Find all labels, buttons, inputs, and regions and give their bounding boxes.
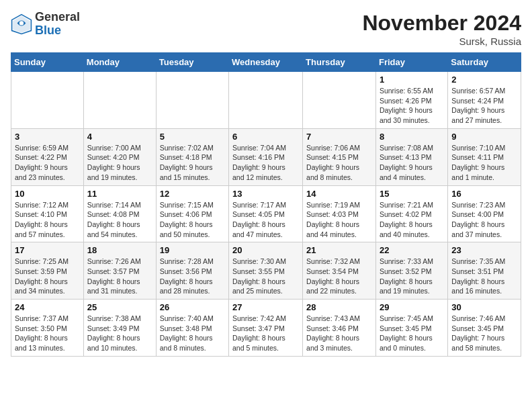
day-info: Sunrise: 7:42 AM Sunset: 3:47 PM Dayligh… (232, 314, 299, 353)
day-number: 10 (15, 189, 80, 199)
calendar-cell: 8Sunrise: 7:08 AM Sunset: 4:13 PM Daylig… (375, 128, 447, 185)
day-number: 19 (160, 245, 225, 255)
calendar-body: 1Sunrise: 6:55 AM Sunset: 4:26 PM Daylig… (11, 72, 521, 357)
day-info: Sunrise: 7:04 AM Sunset: 4:16 PM Dayligh… (232, 143, 299, 183)
day-number: 27 (232, 302, 299, 312)
weekday-header-row: SundayMondayTuesdayWednesdayThursdayFrid… (11, 53, 521, 72)
logo-general: General (35, 10, 80, 24)
day-info: Sunrise: 7:15 AM Sunset: 4:06 PM Dayligh… (160, 200, 225, 240)
day-info: Sunrise: 7:30 AM Sunset: 3:55 PM Dayligh… (232, 257, 299, 296)
day-info: Sunrise: 7:46 AM Sunset: 3:45 PM Dayligh… (451, 314, 517, 353)
day-info: Sunrise: 7:08 AM Sunset: 4:13 PM Dayligh… (380, 143, 444, 183)
day-info: Sunrise: 7:21 AM Sunset: 4:02 PM Dayligh… (380, 200, 444, 240)
calendar-cell: 4Sunrise: 7:00 AM Sunset: 4:20 PM Daylig… (83, 128, 156, 185)
page-header: General Blue November 2024 Sursk, Russia (11, 11, 521, 47)
svg-point-2 (19, 21, 24, 25)
weekday-header-saturday: Saturday (448, 53, 521, 72)
day-number: 13 (232, 189, 299, 199)
calendar-cell: 27Sunrise: 7:42 AM Sunset: 3:47 PM Dayli… (229, 300, 303, 357)
calendar-cell: 22Sunrise: 7:33 AM Sunset: 3:52 PM Dayli… (375, 242, 447, 300)
calendar-cell: 16Sunrise: 7:23 AM Sunset: 4:00 PM Dayli… (448, 185, 521, 242)
day-number: 23 (451, 245, 517, 255)
day-info: Sunrise: 7:38 AM Sunset: 3:49 PM Dayligh… (87, 314, 152, 353)
day-info: Sunrise: 7:35 AM Sunset: 3:51 PM Dayligh… (451, 257, 517, 296)
day-info: Sunrise: 7:06 AM Sunset: 4:15 PM Dayligh… (306, 143, 372, 183)
calendar-cell: 10Sunrise: 7:12 AM Sunset: 4:10 PM Dayli… (11, 185, 84, 242)
calendar-cell: 12Sunrise: 7:15 AM Sunset: 4:06 PM Dayli… (156, 185, 228, 242)
calendar-week-4: 17Sunrise: 7:25 AM Sunset: 3:59 PM Dayli… (11, 242, 521, 300)
calendar-week-3: 10Sunrise: 7:12 AM Sunset: 4:10 PM Dayli… (11, 185, 521, 242)
day-info: Sunrise: 6:57 AM Sunset: 4:24 PM Dayligh… (451, 86, 517, 126)
calendar-cell: 30Sunrise: 7:46 AM Sunset: 3:45 PM Dayli… (448, 300, 521, 357)
day-info: Sunrise: 7:40 AM Sunset: 3:48 PM Dayligh… (160, 314, 225, 353)
day-number: 26 (160, 302, 225, 312)
calendar-cell: 2Sunrise: 6:57 AM Sunset: 4:24 PM Daylig… (448, 72, 521, 129)
calendar-week-2: 3Sunrise: 6:59 AM Sunset: 4:22 PM Daylig… (11, 128, 521, 185)
day-number: 16 (451, 189, 517, 199)
calendar-week-1: 1Sunrise: 6:55 AM Sunset: 4:26 PM Daylig… (11, 72, 521, 129)
calendar-cell (11, 72, 84, 129)
calendar-cell: 3Sunrise: 6:59 AM Sunset: 4:22 PM Daylig… (11, 128, 84, 185)
day-info: Sunrise: 7:00 AM Sunset: 4:20 PM Dayligh… (87, 143, 152, 183)
calendar-cell: 17Sunrise: 7:25 AM Sunset: 3:59 PM Dayli… (11, 242, 84, 300)
calendar-cell: 7Sunrise: 7:06 AM Sunset: 4:15 PM Daylig… (303, 128, 376, 185)
day-number: 14 (306, 189, 372, 199)
calendar-cell: 26Sunrise: 7:40 AM Sunset: 3:48 PM Dayli… (156, 300, 228, 357)
weekday-header-monday: Monday (83, 53, 156, 72)
calendar-cell: 15Sunrise: 7:21 AM Sunset: 4:02 PM Dayli… (375, 185, 447, 242)
calendar-cell: 1Sunrise: 6:55 AM Sunset: 4:26 PM Daylig… (375, 72, 447, 129)
day-number: 6 (232, 132, 299, 142)
calendar-cell: 21Sunrise: 7:32 AM Sunset: 3:54 PM Dayli… (303, 242, 376, 300)
day-info: Sunrise: 6:55 AM Sunset: 4:26 PM Dayligh… (380, 86, 444, 126)
calendar-cell: 6Sunrise: 7:04 AM Sunset: 4:16 PM Daylig… (229, 128, 303, 185)
day-number: 15 (380, 189, 444, 199)
day-number: 12 (160, 189, 225, 199)
weekday-header-friday: Friday (375, 53, 447, 72)
calendar-cell: 19Sunrise: 7:28 AM Sunset: 3:56 PM Dayli… (156, 242, 228, 300)
calendar-cell: 18Sunrise: 7:26 AM Sunset: 3:57 PM Dayli… (83, 242, 156, 300)
calendar-cell: 24Sunrise: 7:37 AM Sunset: 3:50 PM Dayli… (11, 300, 84, 357)
calendar-cell: 11Sunrise: 7:14 AM Sunset: 4:08 PM Dayli… (83, 185, 156, 242)
day-info: Sunrise: 7:23 AM Sunset: 4:00 PM Dayligh… (451, 200, 517, 240)
calendar-cell (83, 72, 156, 129)
day-info: Sunrise: 7:37 AM Sunset: 3:50 PM Dayligh… (15, 314, 80, 353)
day-info: Sunrise: 7:17 AM Sunset: 4:05 PM Dayligh… (232, 200, 299, 240)
calendar-cell: 14Sunrise: 7:19 AM Sunset: 4:03 PM Dayli… (303, 185, 376, 242)
day-info: Sunrise: 7:33 AM Sunset: 3:52 PM Dayligh… (380, 257, 444, 296)
day-number: 28 (306, 302, 372, 312)
weekday-header-sunday: Sunday (11, 53, 84, 72)
day-number: 11 (87, 189, 152, 199)
calendar-cell (229, 72, 303, 129)
day-number: 25 (87, 302, 152, 312)
day-number: 1 (380, 75, 444, 85)
logo-blue: Blue (35, 24, 61, 37)
day-info: Sunrise: 7:26 AM Sunset: 3:57 PM Dayligh… (87, 257, 152, 296)
day-number: 9 (451, 132, 517, 142)
calendar-cell: 29Sunrise: 7:45 AM Sunset: 3:45 PM Dayli… (375, 300, 447, 357)
day-info: Sunrise: 6:59 AM Sunset: 4:22 PM Dayligh… (15, 143, 80, 183)
location: Sursk, Russia (362, 36, 521, 47)
logo-text: General Blue (35, 11, 80, 38)
calendar-week-5: 24Sunrise: 7:37 AM Sunset: 3:50 PM Dayli… (11, 300, 521, 357)
day-number: 20 (232, 245, 299, 255)
day-number: 22 (380, 245, 444, 255)
weekday-header-tuesday: Tuesday (156, 53, 228, 72)
day-number: 29 (380, 302, 444, 312)
day-number: 4 (87, 132, 152, 142)
calendar-cell: 5Sunrise: 7:02 AM Sunset: 4:18 PM Daylig… (156, 128, 228, 185)
day-info: Sunrise: 7:19 AM Sunset: 4:03 PM Dayligh… (306, 200, 372, 240)
day-number: 5 (160, 132, 225, 142)
day-info: Sunrise: 7:25 AM Sunset: 3:59 PM Dayligh… (15, 257, 80, 296)
calendar-cell: 25Sunrise: 7:38 AM Sunset: 3:49 PM Dayli… (83, 300, 156, 357)
title-block: November 2024 Sursk, Russia (362, 11, 521, 47)
day-number: 3 (15, 132, 80, 142)
weekday-header-thursday: Thursday (303, 53, 376, 72)
logo: General Blue (11, 11, 80, 38)
day-number: 30 (451, 302, 517, 312)
day-info: Sunrise: 7:10 AM Sunset: 4:11 PM Dayligh… (451, 143, 517, 183)
day-number: 7 (306, 132, 372, 142)
calendar-header: SundayMondayTuesdayWednesdayThursdayFrid… (11, 53, 521, 72)
calendar-cell: 20Sunrise: 7:30 AM Sunset: 3:55 PM Dayli… (229, 242, 303, 300)
calendar-cell (156, 72, 228, 129)
day-info: Sunrise: 7:02 AM Sunset: 4:18 PM Dayligh… (160, 143, 225, 183)
